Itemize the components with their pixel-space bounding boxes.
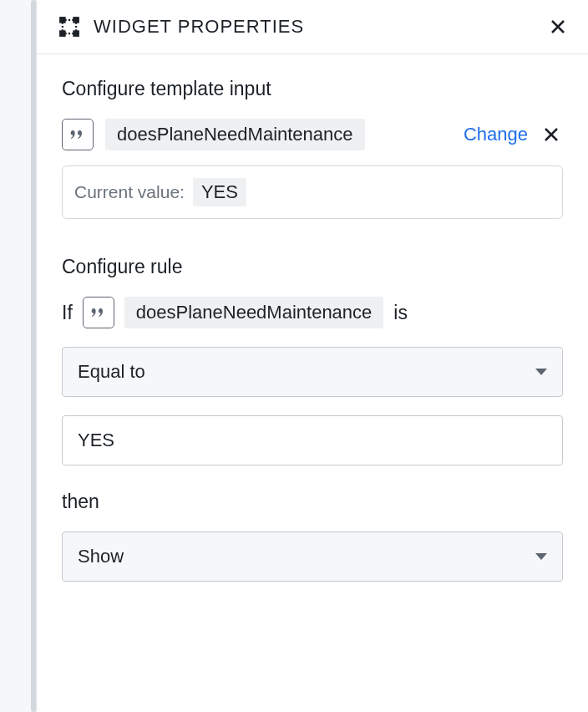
widget-icon (58, 16, 80, 38)
string-type-badge (83, 297, 114, 328)
action-select[interactable]: Show (62, 531, 563, 582)
operator-value: Equal to (78, 361, 145, 383)
current-value-label: Current value: (74, 182, 185, 202)
rule-section-title: Configure rule (62, 256, 563, 278)
rule-variable-chip[interactable]: doesPlaneNeedMaintenance (124, 297, 384, 328)
if-label: If (62, 302, 73, 324)
change-button[interactable]: Change (464, 124, 528, 145)
svg-rect-1 (74, 18, 78, 22)
action-value: Show (78, 546, 124, 567)
panel-title: WIDGET PROPERTIES (94, 16, 546, 38)
close-icon (543, 126, 560, 143)
panel-body: Configure template input doesPlaneNeedMa… (37, 54, 588, 625)
close-icon (550, 18, 566, 35)
widget-properties-panel: WIDGET PROPERTIES Configure template inp… (37, 0, 588, 712)
quote-icon (90, 304, 107, 321)
svg-rect-3 (74, 31, 78, 35)
operator-select[interactable]: Equal to (62, 347, 563, 397)
current-value-box: Current value: YES (62, 165, 563, 219)
svg-rect-0 (60, 18, 64, 22)
rule-value-input[interactable] (62, 415, 563, 465)
close-button[interactable] (546, 15, 570, 38)
chevron-down-icon (535, 369, 547, 375)
quote-icon (69, 126, 86, 143)
then-label: then (62, 491, 563, 513)
template-variable-chip[interactable]: doesPlaneNeedMaintenance (105, 119, 365, 150)
divider-bar[interactable] (31, 0, 36, 712)
current-value: YES (193, 178, 246, 206)
template-input-row: doesPlaneNeedMaintenance Change (62, 119, 563, 150)
rule-if-row: If doesPlaneNeedMaintenance is (62, 297, 563, 328)
chevron-down-icon (535, 553, 547, 560)
panel-header: WIDGET PROPERTIES (37, 0, 588, 54)
remove-input-button[interactable] (540, 123, 563, 146)
template-input-section-title: Configure template input (62, 78, 563, 100)
left-gutter (0, 0, 37, 712)
is-label: is (393, 302, 408, 324)
string-type-badge (62, 119, 94, 150)
svg-rect-2 (60, 31, 64, 35)
